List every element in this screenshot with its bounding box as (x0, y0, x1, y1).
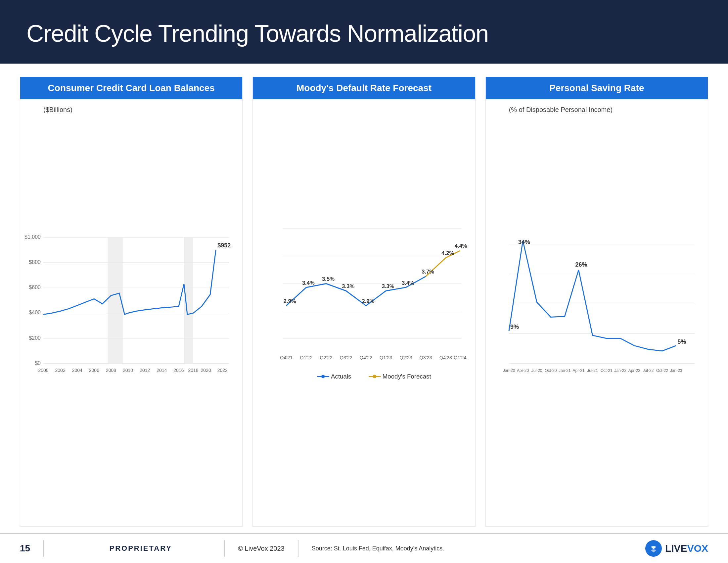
charts-row: Consumer Credit Card Loan Balances ($Bil… (20, 77, 708, 527)
svg-text:2000: 2000 (38, 368, 48, 373)
svg-text:Jul-22: Jul-22 (643, 368, 654, 373)
svg-text:2018: 2018 (188, 368, 198, 373)
chart-panel-saving-rate: Personal Saving Rate (% of Disposable Pe… (485, 77, 708, 527)
svg-text:34%: 34% (518, 239, 530, 245)
svg-text:Apr-22: Apr-22 (628, 368, 640, 373)
svg-text:3.3%: 3.3% (382, 283, 394, 290)
svg-text:4.4%: 4.4% (455, 243, 467, 249)
svg-text:2016: 2016 (173, 368, 184, 373)
footer: 15 PROPRIETARY © LiveVox 2023 Source: St… (0, 533, 728, 563)
footer-page-number: 15 (20, 543, 30, 554)
svg-text:2010: 2010 (123, 368, 133, 373)
svg-text:Q2'23: Q2'23 (400, 355, 412, 360)
svg-text:9%: 9% (510, 324, 519, 330)
chart-body-saving-rate: (% of Disposable Personal Income) (486, 99, 708, 526)
svg-text:Jul-20: Jul-20 (531, 368, 542, 373)
svg-text:Moody's Forecast: Moody's Forecast (383, 373, 432, 380)
svg-text:Q4'23: Q4'23 (439, 355, 452, 360)
page: Credit Cycle Trending Towards Normalizat… (0, 0, 728, 563)
footer-divider-3 (298, 540, 298, 557)
svg-text:Q3'22: Q3'22 (340, 355, 352, 360)
svg-text:$952: $952 (217, 242, 231, 249)
svg-text:4.2%: 4.2% (442, 250, 454, 256)
svg-text:Q1'24: Q1'24 (454, 355, 467, 360)
svg-text:$800: $800 (29, 259, 41, 265)
chart-body-credit-card: ($Billions) $0 $200 (20, 99, 242, 526)
svg-text:$0: $0 (35, 360, 41, 366)
footer-divider-2 (224, 540, 225, 557)
svg-text:$200: $200 (29, 335, 41, 341)
chart-body-moodys: 2.9% 3.4% 3.5% 3.3% 2.9% 3.3% 3.4% 3.7% … (253, 99, 475, 526)
svg-point-53 (321, 375, 325, 378)
svg-text:3.4%: 3.4% (302, 280, 315, 286)
svg-text:5%: 5% (677, 339, 686, 345)
svg-text:2022: 2022 (217, 368, 228, 373)
svg-text:Jan-23: Jan-23 (670, 368, 682, 373)
chart-subtitle-credit-card: ($Billions) (43, 106, 236, 114)
svg-text:2.9%: 2.9% (284, 298, 296, 305)
svg-text:Jan-21: Jan-21 (559, 368, 571, 373)
footer-divider-1 (43, 540, 44, 557)
footer-source: Source: St. Louis Fed, Equifax, Moody's … (312, 545, 645, 552)
svg-text:$1,000: $1,000 (24, 234, 41, 240)
svg-text:Q3'23: Q3'23 (420, 355, 432, 360)
livevox-icon-svg (648, 543, 659, 554)
chart-area-saving-rate: 9% 34% 26% 5% Jan-20 Apr-20 Jul-20 Oct-2… (509, 117, 701, 517)
svg-text:3.7%: 3.7% (422, 268, 434, 275)
svg-text:2006: 2006 (89, 368, 99, 373)
content-area: Consumer Credit Card Loan Balances ($Bil… (0, 64, 728, 533)
svg-text:Oct-21: Oct-21 (600, 368, 612, 373)
svg-text:Q2'22: Q2'22 (320, 355, 333, 360)
svg-text:Apr-21: Apr-21 (572, 368, 584, 373)
footer-copyright: © LiveVox 2023 (238, 545, 284, 552)
chart-panel-credit-card: Consumer Credit Card Loan Balances ($Bil… (20, 77, 243, 527)
page-title: Credit Cycle Trending Towards Normalizat… (26, 20, 702, 47)
svg-text:2004: 2004 (72, 368, 82, 373)
svg-text:$600: $600 (29, 284, 41, 290)
chart-title-saving-rate: Personal Saving Rate (486, 77, 708, 99)
chart-area-moodys: 2.9% 3.4% 3.5% 3.3% 2.9% 3.3% 3.4% 3.7% … (276, 116, 468, 506)
svg-text:3.3%: 3.3% (342, 283, 355, 290)
chart-title-credit-card: Consumer Credit Card Loan Balances (20, 77, 242, 99)
svg-text:2014: 2014 (157, 368, 167, 373)
chart-area-credit-card: $0 $200 $400 $600 $800 $1,000 (43, 117, 236, 517)
svg-text:Jan-20: Jan-20 (503, 368, 515, 373)
svg-text:Q1'23: Q1'23 (380, 355, 392, 360)
saving-rate-chart-svg: 9% 34% 26% 5% Jan-20 Apr-20 Jul-20 Oct-2… (509, 117, 701, 517)
svg-text:2002: 2002 (55, 368, 66, 373)
svg-text:Oct-22: Oct-22 (656, 368, 668, 373)
chart-title-moodys: Moody's Default Rate Forecast (253, 77, 475, 99)
footer-proprietary-label: PROPRIETARY (57, 544, 224, 553)
svg-text:Actuals: Actuals (331, 373, 351, 380)
svg-point-56 (373, 375, 376, 378)
chart-subtitle-saving-rate: (% of Disposable Personal Income) (509, 106, 701, 114)
svg-text:$400: $400 (29, 309, 41, 315)
svg-text:2020: 2020 (201, 368, 211, 373)
svg-text:3.5%: 3.5% (322, 276, 335, 282)
moodys-chart-svg: 2.9% 3.4% 3.5% 3.3% 2.9% 3.3% 3.4% 3.7% … (276, 116, 468, 506)
footer-logo: LIVEVOX (645, 540, 708, 557)
header-band: Credit Cycle Trending Towards Normalizat… (0, 0, 728, 64)
svg-text:Jan-22: Jan-22 (614, 368, 626, 373)
svg-text:26%: 26% (575, 261, 587, 268)
livevox-logo-text: LIVEVOX (665, 543, 708, 554)
svg-text:Q4'21: Q4'21 (280, 355, 293, 360)
livevox-logo-icon (645, 540, 662, 557)
svg-text:Apr-20: Apr-20 (517, 368, 529, 373)
svg-text:Q1'22: Q1'22 (300, 355, 313, 360)
svg-text:Jul-21: Jul-21 (587, 368, 598, 373)
svg-text:Oct-20: Oct-20 (545, 368, 557, 373)
svg-text:3.4%: 3.4% (402, 280, 414, 286)
svg-text:Q4'22: Q4'22 (360, 355, 372, 360)
credit-card-chart-svg: $0 $200 $400 $600 $800 $1,000 (43, 117, 236, 517)
svg-text:2.9%: 2.9% (362, 298, 375, 305)
svg-text:2012: 2012 (140, 368, 150, 373)
svg-text:2008: 2008 (106, 368, 116, 373)
chart-panel-moodys: Moody's Default Rate Forecast (252, 77, 475, 527)
